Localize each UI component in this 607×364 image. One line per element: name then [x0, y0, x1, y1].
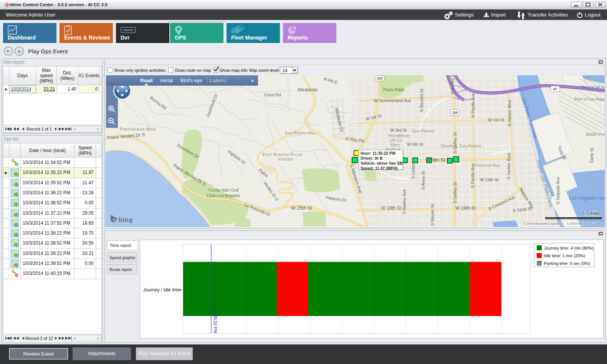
svg-text:Earle St: Earle St: [589, 148, 594, 163]
svg-text:Peck Park: Peck Park: [383, 87, 405, 93]
svg-text:S Walker Ave: S Walker Ave: [402, 189, 407, 214]
svg-text:W 9th St: W 9th St: [426, 157, 445, 163]
svg-text:110: 110: [452, 111, 458, 114]
svg-text:CENTRAL SAN PEDRO: CENTRAL SAN PEDRO: [441, 144, 481, 148]
svg-text:Providence: Providence: [388, 133, 409, 138]
svg-text:Crest Rd: Crest Rd: [264, 93, 281, 97]
svg-text:Miraleste: Miraleste: [298, 87, 318, 93]
svg-text:Club-Los Angelas: Club-Los Angelas: [207, 193, 240, 198]
svg-text:0.7 miles: 0.7 miles: [582, 211, 600, 216]
svg-text:11:35:22 PM: 11:35:22 PM: [213, 309, 218, 333]
svg-text:W 25th St: W 25th St: [291, 205, 312, 211]
svg-text:N Gaffey Pl: N Gaffey Pl: [450, 75, 455, 94]
svg-text:bing: bing: [118, 216, 133, 223]
svg-text:S Alma St: S Alma St: [421, 171, 425, 190]
svg-text:Trump Nat'l Golf: Trump Nat'l Golf: [208, 188, 239, 192]
svg-text:W 19th St: W 19th St: [455, 205, 476, 211]
svg-text:EAST RANCHO PALOS: EAST RANCHO PALOS: [263, 152, 303, 157]
svg-text:PORTUGUESE BEND: PORTUGUESE BEND: [120, 127, 156, 131]
svg-text:Los Angeles Harb: Los Angeles Harb: [569, 195, 605, 201]
svg-text:Terminal Isl: Terminal Isl: [581, 84, 605, 90]
svg-text:N Bandini St: N Bandini St: [419, 89, 424, 112]
svg-text:MERGE: MERGE: [123, 29, 133, 31]
svg-text:S Seaside Ave: S Seaside Ave: [556, 177, 560, 204]
svg-text:47: 47: [553, 87, 557, 91]
svg-text:213: 213: [377, 76, 382, 80]
svg-text:S Harbor Blvd: S Harbor Blvd: [506, 153, 511, 179]
svg-text:W 1st St: W 1st St: [488, 117, 504, 122]
svg-text:SAN PEDRO: SAN PEDRO: [412, 129, 434, 133]
svg-text:VINEGAR HILL: VINEGAR HILL: [475, 163, 501, 167]
svg-text:Record 2 of 12: Record 2 of 12: [25, 336, 53, 341]
svg-text:S Leland: S Leland: [411, 162, 415, 179]
svg-text:S Meyler St: S Meyler St: [430, 204, 435, 226]
svg-text:BNSF-Port: BNSF-Port: [586, 132, 605, 137]
svg-text:Lit'l Co: Lit'l Co: [389, 138, 402, 142]
svg-text:VERDES: VERDES: [278, 157, 293, 161]
svg-text:S Gaffey St: S Gaffey St: [453, 182, 457, 204]
svg-text:W 19th St: W 19th St: [381, 205, 401, 211]
svg-text:Mary: Mary: [390, 142, 400, 147]
svg-text:W Summerland Ave: W Summerland Ave: [374, 98, 411, 103]
svg-text:© 2014 Microsoft Corporation: © 2014 Microsoft Corporation © 2010 NAVT…: [523, 222, 602, 225]
svg-text:Port of Los Angel: Port of Los Angel: [574, 97, 605, 101]
svg-text:W 3rd St: W 3rd St: [390, 128, 407, 132]
svg-text:S Pacific Ave: S Pacific Ave: [470, 164, 475, 188]
svg-text:W 6th St: W 6th St: [407, 142, 423, 147]
svg-text:W 13th St: W 13th St: [480, 177, 498, 182]
svg-text:N Pacific Ave: N Pacific Ave: [471, 93, 475, 118]
svg-text:N Harbor Blvd: N Harbor Blvd: [507, 100, 512, 127]
svg-text:SAN PEDRO HILL: SAN PEDRO HILL: [285, 131, 316, 135]
svg-text:Record 1 of 1: Record 1 of 1: [26, 127, 52, 131]
svg-text:S Gaffey St: S Gaffey St: [453, 132, 457, 154]
